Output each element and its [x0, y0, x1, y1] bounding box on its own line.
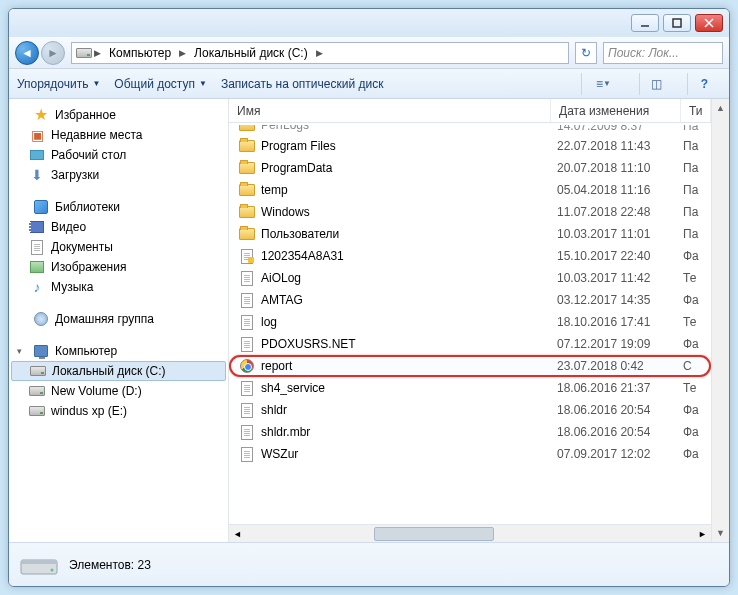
nav-desktop[interactable]: Рабочий стол	[9, 145, 228, 165]
maximize-button[interactable]	[663, 14, 691, 32]
folder-icon	[239, 138, 255, 154]
file-row[interactable]: temp05.04.2018 11:16Па	[229, 179, 711, 201]
nav-bar: ◄ ► ▶ Компьютер ▶ Локальный диск (C:) ▶ …	[9, 37, 729, 69]
file-row[interactable]: shldr18.06.2016 20:54Фа	[229, 399, 711, 421]
homegroup-icon	[33, 311, 49, 327]
chevron-right-icon[interactable]: ▶	[179, 48, 186, 58]
file-row[interactable]: 1202354A8A3115.10.2017 22:40Фа	[229, 245, 711, 267]
download-icon: ⬇	[29, 167, 45, 183]
libraries-header[interactable]: Библиотеки	[9, 197, 228, 217]
file-icon	[239, 446, 255, 462]
chevron-right-icon[interactable]: ▶	[94, 48, 101, 58]
desktop-icon	[29, 147, 45, 163]
nav-drive-e[interactable]: windus xp (E:)	[9, 401, 228, 421]
computer-icon	[33, 343, 49, 359]
svg-rect-5	[21, 560, 57, 564]
drive-icon	[30, 363, 46, 379]
breadcrumb[interactable]: ▶ Компьютер ▶ Локальный диск (C:) ▶	[71, 42, 569, 64]
file-list: PerfLogs14.07.2009 8:37Па Program Files2…	[229, 123, 711, 524]
documents-icon	[29, 239, 45, 255]
file-row[interactable]: ProgramData20.07.2018 11:10Па	[229, 157, 711, 179]
nav-videos[interactable]: Видео	[9, 217, 228, 237]
lock-file-icon	[239, 248, 255, 264]
nav-music[interactable]: ♪Музыка	[9, 277, 228, 297]
libraries-icon	[33, 199, 49, 215]
file-row-highlighted[interactable]: report23.07.2018 0:42С	[229, 355, 711, 377]
folder-icon	[239, 182, 255, 198]
nav-recent[interactable]: ▣Недавние места	[9, 125, 228, 145]
file-icon	[239, 402, 255, 418]
star-icon: ★	[33, 107, 49, 123]
nav-drive-c[interactable]: Локальный диск (C:)	[11, 361, 226, 381]
file-view: Имя Дата изменения Ти PerfLogs14.07.2009…	[229, 99, 729, 542]
nav-pictures[interactable]: Изображения	[9, 257, 228, 277]
back-button[interactable]: ◄	[15, 41, 39, 65]
breadcrumb-segment[interactable]: Компьютер	[103, 43, 177, 63]
folder-icon	[239, 123, 255, 133]
svg-rect-1	[673, 19, 681, 27]
computer-header[interactable]: ▾Компьютер	[9, 341, 228, 361]
vertical-scrollbar[interactable]: ▲ ▼	[711, 99, 729, 542]
nav-documents[interactable]: Документы	[9, 237, 228, 257]
svg-point-6	[51, 568, 54, 571]
text-file-icon	[239, 314, 255, 330]
preview-pane-button[interactable]: ◫	[639, 73, 673, 95]
drive-icon	[29, 383, 45, 399]
file-row[interactable]: AMTAG03.12.2017 14:35Фа	[229, 289, 711, 311]
toolbar: Упорядочить▼ Общий доступ▼ Записать на о…	[9, 69, 729, 99]
music-icon: ♪	[29, 279, 45, 295]
horizontal-scrollbar[interactable]: ◄►	[229, 524, 711, 542]
minimize-button[interactable]	[631, 14, 659, 32]
file-icon	[239, 424, 255, 440]
forward-button: ►	[41, 41, 65, 65]
status-bar: Элементов: 23	[9, 542, 729, 586]
refresh-button[interactable]: ↻	[575, 42, 597, 64]
recent-icon: ▣	[29, 127, 45, 143]
nav-drive-d[interactable]: New Volume (D:)	[9, 381, 228, 401]
close-button[interactable]	[695, 14, 723, 32]
video-icon	[29, 219, 45, 235]
navigation-pane: ★Избранное ▣Недавние места Рабочий стол …	[9, 99, 229, 542]
folder-icon	[239, 160, 255, 176]
file-row[interactable]: Windows11.07.2018 22:48Па	[229, 201, 711, 223]
column-date[interactable]: Дата изменения	[551, 99, 681, 122]
file-row[interactable]: PerfLogs14.07.2009 8:37Па	[229, 123, 711, 135]
chevron-right-icon[interactable]: ▶	[316, 48, 323, 58]
share-button[interactable]: Общий доступ▼	[114, 77, 207, 91]
text-file-icon	[239, 380, 255, 396]
burn-button[interactable]: Записать на оптический диск	[221, 77, 384, 91]
nav-downloads[interactable]: ⬇Загрузки	[9, 165, 228, 185]
search-input[interactable]: Поиск: Лок...	[603, 42, 723, 64]
column-name[interactable]: Имя	[229, 99, 551, 122]
pictures-icon	[29, 259, 45, 275]
drive-icon	[29, 403, 45, 419]
file-row[interactable]: sh4_service18.06.2016 21:37Те	[229, 377, 711, 399]
file-row[interactable]: AiOLog10.03.2017 11:42Те	[229, 267, 711, 289]
scroll-up-icon[interactable]: ▲	[712, 99, 729, 117]
text-file-icon	[239, 270, 255, 286]
status-text: Элементов: 23	[69, 558, 151, 572]
file-row[interactable]: PDOXUSRS.NET07.12.2017 19:09Фа	[229, 333, 711, 355]
scroll-down-icon[interactable]: ▼	[712, 524, 729, 542]
titlebar	[9, 9, 729, 37]
folder-icon	[239, 204, 255, 220]
favorites-header[interactable]: ★Избранное	[9, 105, 228, 125]
explorer-window: ◄ ► ▶ Компьютер ▶ Локальный диск (C:) ▶ …	[8, 8, 730, 587]
drive-icon	[76, 45, 92, 61]
file-row[interactable]: shldr.mbr18.06.2016 20:54Фа	[229, 421, 711, 443]
drive-large-icon	[19, 550, 59, 580]
help-button[interactable]: ?	[687, 73, 721, 95]
view-options-button[interactable]: ≡ ▼	[581, 73, 625, 95]
breadcrumb-segment[interactable]: Локальный диск (C:)	[188, 43, 314, 63]
file-row[interactable]: Program Files22.07.2018 11:43Па	[229, 135, 711, 157]
file-row[interactable]: Пользователи10.03.2017 11:01Па	[229, 223, 711, 245]
column-type[interactable]: Ти	[681, 99, 711, 122]
chrome-icon	[239, 358, 255, 374]
file-icon	[239, 292, 255, 308]
column-headers: Имя Дата изменения Ти	[229, 99, 711, 123]
organize-button[interactable]: Упорядочить▼	[17, 77, 100, 91]
folder-icon	[239, 226, 255, 242]
homegroup-header[interactable]: Домашняя группа	[9, 309, 228, 329]
file-row[interactable]: WSZur07.09.2017 12:02Фа	[229, 443, 711, 465]
file-row[interactable]: log18.10.2016 17:41Те	[229, 311, 711, 333]
